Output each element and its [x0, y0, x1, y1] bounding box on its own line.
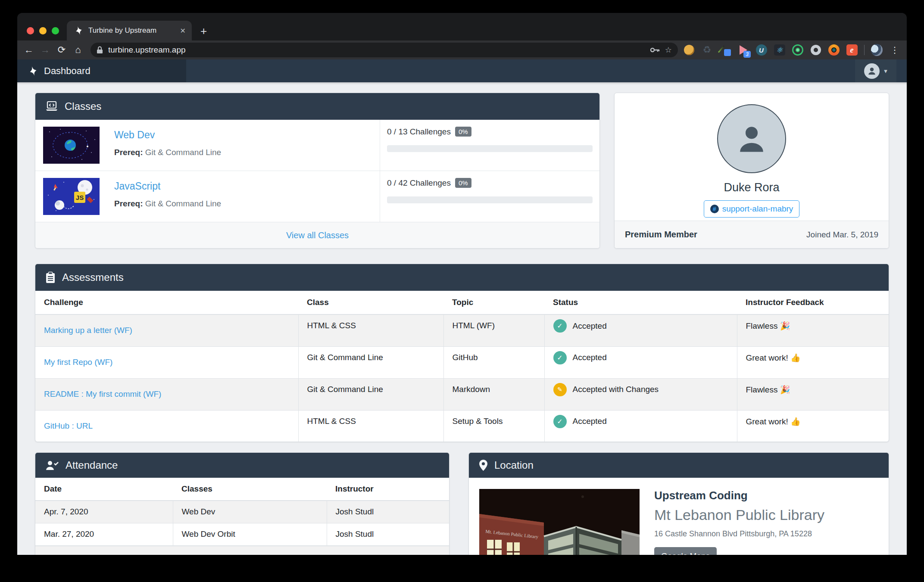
col-challenge: Challenge: [35, 291, 298, 314]
location-body: Mt. Lebanon Public Library: [469, 478, 889, 555]
chevron-down-icon: ▾: [884, 67, 887, 75]
ublock-extension-icon[interactable]: U: [755, 44, 767, 56]
eyedropper-extension-icon[interactable]: [719, 44, 731, 56]
bookmark-star-icon[interactable]: ☆: [665, 45, 672, 55]
joined-date: Joined Mar. 5, 2019: [806, 230, 878, 240]
cell-feedback: Great work! 👍: [737, 346, 889, 378]
browser-window: Turbine by Upstream ✕ + ← → ⟳ ⌂ turbine.…: [17, 13, 907, 555]
cell-date: Apr. 7, 2020: [35, 501, 173, 523]
profile-body: Duke Rora # support-alan-mabry: [615, 93, 889, 221]
tab-close-icon[interactable]: ✕: [180, 27, 186, 35]
profile-card: Duke Rora # support-alan-mabry Premium M…: [614, 93, 889, 249]
cell-feedback: Great work! 👍: [737, 410, 889, 442]
attendance-row: Apr. 7, 2020 Web Dev Josh Studl: [35, 501, 449, 523]
status-accepted-icon: ✓: [553, 351, 567, 364]
class-link-javascript[interactable]: JavaScript: [114, 181, 221, 192]
google-maps-button[interactable]: Google Maps: [654, 547, 717, 555]
address-bar[interactable]: turbine.upstream.app ☆: [91, 43, 678, 57]
recycle-extension-icon[interactable]: ♻: [701, 44, 713, 56]
user-menu-dropdown[interactable]: ▾: [855, 59, 896, 82]
class-thumbnail-javascript[interactable]: JS: [43, 178, 100, 215]
challenge-link[interactable]: My first Repo (WF): [44, 358, 112, 367]
extension-badge: 3: [743, 51, 751, 58]
profile-name: Duke Rora: [724, 181, 779, 194]
toolbar-divider: [864, 45, 865, 55]
col-instructor: Instructor: [327, 478, 449, 501]
status-label: Accepted with Changes: [573, 385, 659, 394]
status-accepted-icon: ✓: [553, 319, 567, 333]
evernote-extension-icon[interactable]: e: [846, 44, 858, 56]
forward-icon[interactable]: →: [38, 43, 53, 57]
video-speed-extension-icon[interactable]: 3: [737, 44, 749, 56]
challenge-link[interactable]: README : My first commit (WF): [44, 389, 161, 398]
class-prereq: Prereq: Git & Command Line: [114, 148, 221, 157]
class-progress: 0 / 13 Challenges 0%: [380, 120, 599, 171]
app-navbar: Dashboard ▾: [17, 59, 907, 82]
password-key-icon[interactable]: [650, 47, 660, 53]
tab-strip: Turbine by Upstream ✕ +: [17, 13, 907, 40]
screenshot-canvas: Turbine by Upstream ✕ + ← → ⟳ ⌂ turbine.…: [0, 0, 924, 582]
prereq-value: Git & Command Line: [145, 148, 221, 157]
user-avatar: [864, 63, 880, 79]
slack-support-label: support-alan-mabry: [722, 204, 793, 214]
status-accepted-icon: ✓: [553, 415, 567, 428]
assessments-table: Challenge Class Topic Status Instructor …: [35, 291, 889, 442]
class-thumbnail-webdev[interactable]: [43, 127, 100, 164]
classes-card-footer: View all Classes: [35, 222, 599, 249]
attendance-card-header: Attendance: [35, 453, 449, 478]
person-icon: [733, 120, 770, 157]
home-icon[interactable]: ⌂: [71, 43, 85, 57]
percent-badge: 0%: [455, 127, 471, 137]
turbine-favicon: [75, 26, 83, 35]
window-controls[interactable]: [17, 27, 67, 40]
target-extension-icon[interactable]: [792, 44, 803, 56]
colorwheel-extension-icon[interactable]: [828, 44, 840, 56]
assessment-row: GitHub : URL HTML & CSS Setup & Tools ✓A…: [35, 410, 889, 442]
prereq-label: Prereq:: [114, 199, 143, 208]
view-all-classes-link[interactable]: View all Classes: [286, 230, 349, 240]
browser-menu-icon[interactable]: ⋮: [889, 44, 901, 56]
minimize-window-button[interactable]: [39, 27, 47, 34]
challenges-count: 0 / 13 Challenges: [387, 127, 451, 137]
challenge-link[interactable]: Marking up a letter (WF): [44, 326, 132, 335]
attendance-header-row: Date Classes Instructor: [35, 478, 449, 501]
location-venue: Mt Lebanon Public Library: [654, 507, 824, 523]
laptop-code-icon: [46, 101, 58, 112]
new-tab-button[interactable]: +: [192, 25, 207, 40]
url-text[interactable]: turbine.upstream.app: [108, 45, 645, 55]
navbar-brand[interactable]: Dashboard: [17, 59, 186, 82]
class-info: JS JavaScript Prereq: Git & Co: [35, 171, 380, 222]
cookie-extension-icon[interactable]: [683, 44, 695, 56]
assessments-header-row: Challenge Class Topic Status Instructor …: [35, 291, 889, 314]
browser-profile-avatar[interactable]: [871, 44, 883, 56]
close-window-button[interactable]: [27, 27, 34, 34]
assessments-card-header: Assessments: [35, 264, 889, 291]
slack-support-button[interactable]: # support-alan-mabry: [704, 200, 800, 218]
donut-extension-icon[interactable]: [810, 44, 821, 56]
back-icon[interactable]: ←: [22, 43, 36, 57]
assessment-row: Marking up a letter (WF) HTML & CSS HTML…: [35, 314, 889, 346]
cell-feedback: Flawless 🎉: [737, 314, 889, 346]
challenges-count: 0 / 42 Challenges: [387, 178, 451, 188]
dashboard-page: Classes: [17, 82, 907, 555]
challenge-link[interactable]: GitHub : URL: [44, 421, 93, 430]
reload-icon[interactable]: ⟳: [54, 43, 69, 57]
browser-tab[interactable]: Turbine by Upstream ✕: [67, 21, 192, 40]
class-row-webdev: Web Dev Prereq: Git & Command Line 0 / 1…: [35, 120, 599, 171]
person-icon: [867, 66, 877, 76]
cell-topic: HTML (WF): [443, 314, 544, 346]
class-row-javascript: JS JavaScript Prereq: Git & Co: [35, 171, 599, 222]
zoom-window-button[interactable]: [52, 27, 59, 34]
user-check-icon: [46, 460, 59, 470]
assessments-card-title: Assessments: [62, 271, 124, 283]
browser-toolbar: ← → ⟳ ⌂ turbine.upstream.app ☆ ♻: [17, 40, 907, 59]
classes-card-title: Classes: [65, 100, 101, 112]
extensions-row: ♻ 3 U ⚛ e ⋮: [683, 44, 901, 56]
cell-feedback: Flawless 🎉: [737, 378, 889, 410]
cell-class: Git & Command Line: [298, 378, 443, 410]
turbine-logo-icon: [28, 66, 38, 76]
react-devtools-extension-icon[interactable]: ⚛: [774, 44, 785, 56]
class-link-webdev[interactable]: Web Dev: [114, 129, 221, 141]
attendance-card-title: Attendance: [66, 459, 118, 471]
location-address: 16 Castle Shannon Blvd Pittsburgh, PA 15…: [654, 529, 824, 538]
